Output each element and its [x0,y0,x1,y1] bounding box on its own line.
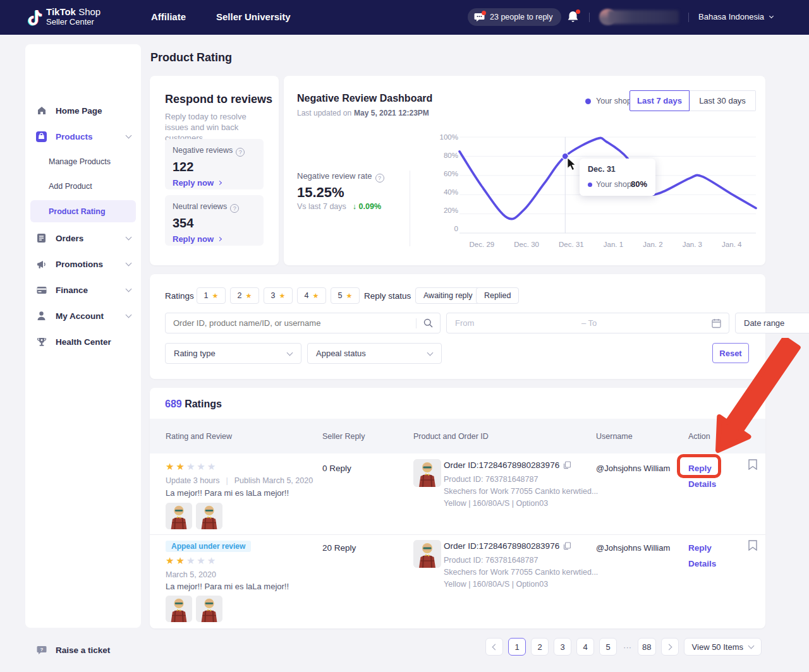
reply-action-link[interactable]: Reply [688,543,712,553]
review-image[interactable] [166,503,192,529]
table-header-row: Rating and Review Seller Reply Product a… [150,419,765,453]
date-range-select[interactable]: Date range [735,313,809,333]
question-icon[interactable]: ? [236,148,245,157]
brand-shop: Shop [78,6,100,17]
filter-awaiting-reply[interactable]: Awaiting reply [415,287,481,304]
filter-rating-3[interactable]: 3★ [264,287,293,304]
megaphone-icon [36,259,47,270]
notification-bell-icon[interactable] [567,10,579,26]
pagination-page-5[interactable]: 5 [599,638,617,656]
tab-last-7-days[interactable]: Last 7 days [630,90,690,111]
person-icon [36,311,47,321]
search-input[interactable] [166,318,416,328]
date-from-placeholder: From [447,318,474,328]
sidebar-item-label: Health Center [56,337,111,347]
chevron-down-icon [126,234,132,241]
rate-compare-row: Vs last 7 days ↓ 0.09% [297,202,381,211]
appeal-status-select[interactable]: Appeal status [307,343,442,364]
pagination-page-4[interactable]: 4 [576,638,594,656]
nav-link-seller-university[interactable]: Seller University [216,11,291,22]
review-image[interactable] [166,596,192,622]
copy-icon[interactable] [563,542,571,550]
sidebar-item-products[interactable]: Products [25,129,141,144]
review-text: La mejor!! Para mi es laLa mejor!! [166,582,289,591]
filter-rating-4[interactable]: 4★ [297,287,326,304]
pagination-page-2[interactable]: 2 [531,638,549,656]
col-action: Action [688,432,710,441]
reply-status-label: Reply status [364,291,411,301]
chevron-down-icon [287,349,293,356]
product-variant: Yellow | 160/80A/S | Option03 [444,499,548,508]
star-rating: ★★★★★ [166,555,217,567]
calendar-icon[interactable] [704,318,729,328]
review-images [166,503,222,529]
chart-tooltip: Dec. 31 Your shop 80% [580,159,655,196]
sidebar-item-home-page[interactable]: Home Page [25,103,141,118]
pagination-next[interactable] [661,638,679,656]
question-icon[interactable]: ? [230,204,239,213]
sidebar-item-product-rating[interactable]: Product Rating [25,205,141,219]
date-from-to-box[interactable]: From – To [446,313,729,333]
pagination-page-3[interactable]: 3 [554,638,571,656]
nav-link-affiliate[interactable]: Affiliate [151,11,186,22]
pagination-page-1[interactable]: 1 [508,638,526,656]
chevron-left-icon [492,644,499,650]
sidebar-item-add-product[interactable]: Add Product [25,179,141,193]
reply-now-link[interactable]: Reply now [173,178,256,188]
filter-rating-2[interactable]: 2★ [230,287,259,304]
people-to-reply-pill[interactable]: 23 people to reply [468,8,561,26]
product-image[interactable] [413,540,441,568]
question-icon[interactable]: ? [375,174,384,183]
people-to-reply-label: 23 people to reply [490,13,552,21]
details-action-link[interactable]: Details [688,559,716,568]
reply-action-link[interactable]: Reply [688,464,712,473]
tab-last-30-days[interactable]: Last 30 days [690,90,756,111]
chevron-down-icon [427,349,434,356]
sidebar-item-orders[interactable]: Orders [25,231,141,246]
appeal-badge: Appeal under review [166,541,251,552]
tooltip-value: 80% [631,179,647,189]
stat-label-row: Negative reviews? [173,146,256,157]
copy-icon[interactable] [563,461,571,469]
sidebar-item-finance[interactable]: Finance [25,282,141,297]
orders-icon [36,233,47,244]
product-image[interactable] [413,459,441,487]
sidebar-item-promotions[interactable]: Promotions [25,256,141,272]
ratings-count-header: 689 Ratings [165,399,222,410]
rating-type-select[interactable]: Rating type [165,343,301,364]
review-image[interactable] [196,503,222,529]
filter-replied[interactable]: Replied [476,287,519,304]
filter-rating-5[interactable]: 5★ [331,287,360,304]
meta-separator: | [226,476,228,485]
reset-button[interactable]: Reset [712,343,749,363]
search-icon[interactable] [417,318,440,328]
sidebar-item-label: Orders [56,234,83,243]
products-icon [36,131,47,142]
sidebar-item-my-account[interactable]: My Account [25,308,141,323]
stat-label-row: Neutral reviews? [173,202,256,213]
user-account-blurred[interactable] [599,9,679,25]
legend-label: Your shop [596,97,631,105]
pagination-page-88[interactable]: 88 [638,638,655,656]
star-rating: ★★★★★ [166,461,217,472]
review-image[interactable] [196,596,222,622]
star-icon: ★ [313,292,319,300]
y-axis-labels: 100%80%60%40%20%0 [436,133,458,232]
language-label: Bahasa Indonesia [698,12,764,21]
arrow-down-icon: ↓ [353,202,356,211]
language-selector[interactable]: Bahasa Indonesia [698,12,773,21]
sidebar-item-health-center[interactable]: Health Center [25,334,141,349]
details-action-link[interactable]: Details [688,479,716,489]
filter-rating-1[interactable]: 1★ [197,287,226,304]
bookmark-icon[interactable] [748,459,757,470]
brand-seller-center: Seller Center [46,17,100,27]
pagination-prev[interactable] [485,638,503,656]
legend-dot-icon [585,99,591,104]
sidebar-item-manage-products[interactable]: Manage Products [25,155,141,169]
view-items-select[interactable]: View 50 Items [684,638,762,656]
review-images [166,596,222,622]
product-name: Skechers for Work 77055 Cankto kerwtied.… [444,568,598,577]
bookmark-icon[interactable] [748,540,757,551]
reply-now-link[interactable]: Reply now [173,234,256,244]
sidebar-item-label: Finance [56,285,88,295]
